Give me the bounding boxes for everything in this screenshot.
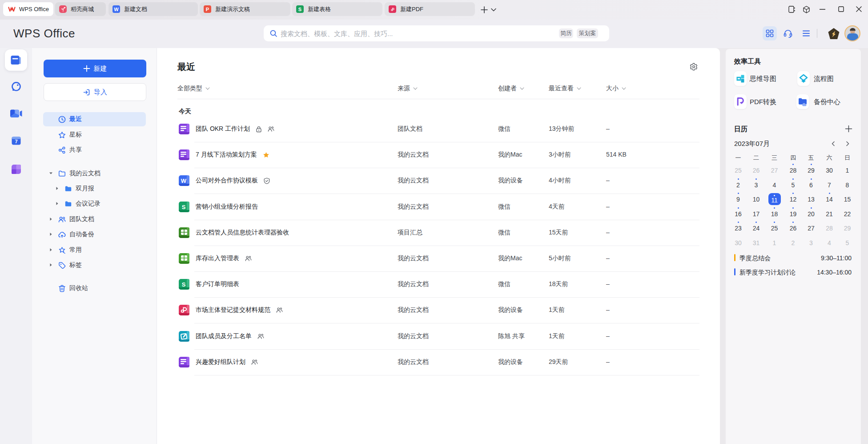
- svg-text:S: S: [182, 281, 186, 288]
- svg-text:S: S: [182, 204, 186, 210]
- svg-text:7: 7: [15, 139, 17, 144]
- svg-text:W: W: [181, 178, 187, 184]
